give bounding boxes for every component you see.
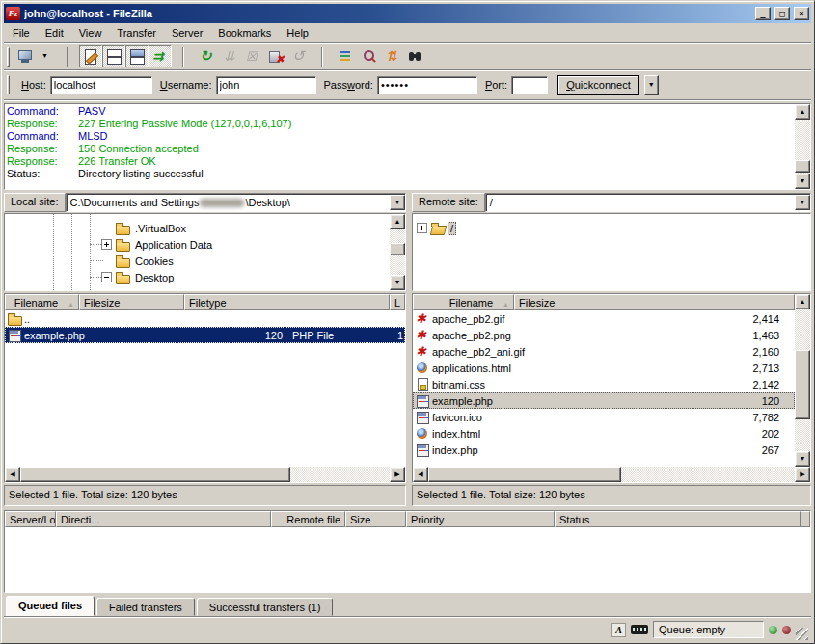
scroll-down-icon[interactable]: ▼ [795,451,810,467]
disconnect-icon[interactable] [264,45,287,67]
local-tree-item[interactable]: .VirtualBox [5,220,390,236]
queue-column-header[interactable]: Priority [406,511,555,527]
filter-icon[interactable] [334,45,357,67]
file-row[interactable]: example.php 120 [413,392,795,409]
find-files-icon[interactable] [403,45,426,67]
local-list-hscrollbar[interactable]: ◀ ▶ [5,467,405,482]
password-input[interactable] [377,76,477,94]
log-scrollbar[interactable]: ▲ ▼ [795,104,810,189]
refresh-icon[interactable] [195,45,218,67]
queue-tab[interactable]: Failed transfers [96,598,195,616]
file-row[interactable]: index.php 267 [413,442,795,458]
column-header[interactable]: Filename [413,294,514,310]
remote-path-combo[interactable]: / ▼ [485,193,811,212]
tree-expander-icon[interactable] [101,239,112,250]
queue-column-header[interactable]: Remote file [271,511,345,527]
site-manager-icon[interactable] [14,45,37,67]
local-tree-scrollbar[interactable]: ▲ ▼ [390,214,405,290]
queue-column-header[interactable]: Status [555,511,801,527]
sync-browsing-icon[interactable] [380,45,403,67]
queue-column-header[interactable]: Directi... [56,511,271,527]
file-row[interactable]: apache_pb2.gif 2,414 [413,310,795,327]
process-queue-icon[interactable] [218,45,241,67]
folder-icon [115,254,130,268]
menu-item[interactable]: View [71,25,110,40]
remote-list-scrollbar-thumb[interactable] [795,350,810,419]
file-row[interactable]: apache_pb2.png 1,463 [413,327,795,343]
menu-item[interactable]: Server [164,25,210,40]
toggle-queue-icon[interactable] [149,45,172,67]
column-header[interactable]: Filesize [514,294,795,310]
local-tree-item[interactable]: Cookies [5,253,390,269]
quickbar-gripper[interactable] [7,75,10,94]
queue-column-header[interactable] [801,511,810,527]
reconnect-icon[interactable] [287,45,311,67]
file-row[interactable]: apache_pb2_ani.gif 2,160 [413,343,795,360]
username-input[interactable] [216,76,316,94]
maximize-button[interactable]: □ [774,7,790,20]
scroll-right-icon[interactable]: ▶ [795,467,810,482]
resize-grip[interactable] [796,628,808,640]
filezilla-window: Fz john@localhost - FileZilla _ □ × File… [0,0,815,644]
host-input[interactable] [50,76,152,94]
scroll-down-icon[interactable]: ▼ [795,174,810,189]
menu-item[interactable]: Edit [38,25,71,40]
scroll-right-icon[interactable]: ▶ [390,467,405,482]
column-header[interactable]: L [390,294,405,310]
port-input[interactable] [511,76,548,94]
menu-item[interactable]: Transfer [109,25,164,40]
local-tree-scrollbar-thumb[interactable] [390,243,405,255]
scroll-up-icon[interactable]: ▲ [795,104,810,120]
local-path-combo[interactable]: C:\Documents and Settings\Desktop\ ▼ [66,193,406,212]
menu-item[interactable]: Bookmarks [210,25,279,40]
dropdown-arrow-icon[interactable] [37,45,56,67]
cancel-icon[interactable] [241,45,264,67]
queue-column-header[interactable]: Server/Local file [5,511,56,527]
column-header[interactable]: Filename [5,294,79,310]
queue-tab[interactable]: Successful transfers (1) [197,598,334,616]
toggle-message-log-icon[interactable] [79,45,102,67]
menu-item[interactable]: Help [279,25,316,40]
column-header[interactable]: Filesize [79,294,184,310]
remote-list-hscrollbar-thumb[interactable] [428,467,621,482]
log-scrollbar-thumb[interactable] [795,160,810,173]
remote-tree-item[interactable]: / [413,220,810,236]
local-list-hscrollbar-thumb[interactable] [20,467,290,482]
compare-icon[interactable] [357,45,380,67]
file-row[interactable]: bitnami.css 2,142 [413,376,795,392]
toggle-local-tree-icon[interactable] [102,45,125,67]
quickconnect-button[interactable]: Quickconnect [557,75,639,95]
remote-list-hscrollbar[interactable]: ◀ ▶ [413,467,810,482]
file-row[interactable]: favicon.ico 7,782 [413,409,795,425]
scroll-up-icon[interactable]: ▲ [390,214,405,229]
tree-expander-icon[interactable] [101,272,112,282]
remote-selection-status: Selected 1 file. Total size: 120 bytes [412,485,811,506]
toolbar-gripper[interactable] [7,47,10,67]
file-row[interactable]: example.php 120 PHP File 1 [5,327,405,343]
scroll-up-icon[interactable]: ▲ [795,294,810,309]
remote-site-label: Remote site: [412,193,485,212]
menu-item[interactable]: File [5,25,38,40]
title-bar[interactable]: Fz john@localhost - FileZilla _ □ × [4,4,811,23]
file-row[interactable]: .. [5,310,405,327]
tree-expander-icon[interactable] [417,223,427,233]
remote-list-scrollbar[interactable]: ▲ ▼ [795,294,810,467]
quickconnect-dropdown-icon[interactable]: ▼ [644,75,659,95]
file-row[interactable]: applications.html 2,713 [413,360,795,376]
scroll-left-icon[interactable]: ◀ [5,467,20,482]
column-header[interactable]: Filetype [184,294,390,310]
close-button[interactable]: × [794,7,809,20]
scroll-left-icon[interactable]: ◀ [413,467,428,482]
file-row[interactable]: index.html 202 [413,425,795,442]
toggle-remote-tree-icon[interactable] [125,45,149,67]
minimize-button[interactable]: _ [755,7,771,20]
filezilla-app-icon: Fz [6,7,20,20]
local-path-dropdown-icon[interactable]: ▼ [390,195,405,210]
tree-item-label: Application Data [132,238,215,252]
local-tree-item[interactable]: Desktop [5,269,390,285]
queue-tab[interactable]: Queued files [6,596,95,616]
queue-column-header[interactable]: Size [345,511,406,527]
remote-path-dropdown-icon[interactable]: ▼ [795,195,810,210]
scroll-down-icon[interactable]: ▼ [390,275,405,290]
local-tree-item[interactable]: Application Data [5,236,390,253]
